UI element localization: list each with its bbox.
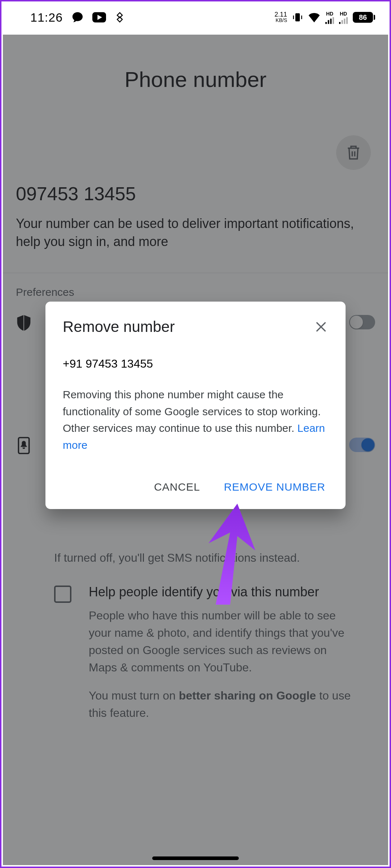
- dialog-body-text: Removing this phone number might cause t…: [63, 386, 328, 453]
- svg-rect-1: [295, 13, 300, 22]
- battery-indicator: 86: [353, 12, 375, 23]
- remove-number-dialog: Remove number +91 97453 13455 Removing t…: [45, 302, 346, 509]
- chat-icon: [71, 11, 84, 23]
- home-indicator[interactable]: [152, 856, 239, 860]
- status-time: 11:26: [30, 10, 63, 25]
- svg-rect-2: [325, 22, 327, 24]
- remove-number-button[interactable]: REMOVE NUMBER: [221, 475, 328, 499]
- dialog-phone-number: +91 97453 13455: [63, 357, 328, 371]
- svg-rect-6: [339, 22, 341, 24]
- svg-rect-8: [344, 18, 345, 24]
- signal-1-icon: HD: [325, 11, 334, 24]
- signal-2-icon: HD: [339, 11, 348, 24]
- cancel-button[interactable]: CANCEL: [151, 475, 203, 499]
- svg-rect-3: [328, 20, 329, 24]
- svg-rect-4: [330, 18, 331, 24]
- svg-rect-9: [346, 17, 348, 24]
- network-speed: 2.11 KB/S: [274, 12, 287, 23]
- wifi-icon: [308, 12, 320, 22]
- dialog-title: Remove number: [63, 318, 175, 336]
- close-icon: [315, 321, 327, 333]
- svg-rect-7: [342, 20, 343, 24]
- status-bar: 11:26 2.11 KB/S HD: [1, 1, 390, 33]
- vibrate-icon: [292, 12, 303, 23]
- youtube-icon: [92, 12, 106, 23]
- fitness-icon: [115, 11, 125, 23]
- dialog-close-button[interactable]: [314, 320, 328, 334]
- svg-rect-5: [333, 17, 334, 24]
